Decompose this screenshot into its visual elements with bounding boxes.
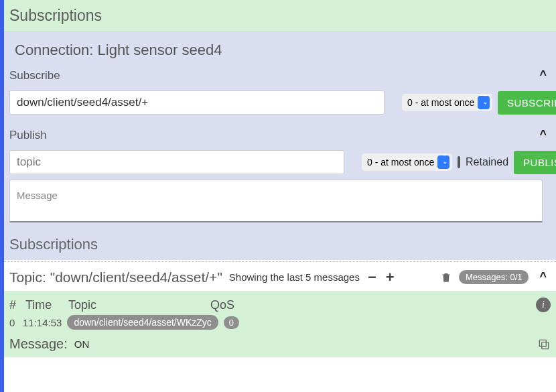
publish-topic-input[interactable]: [9, 150, 344, 174]
retained-checkbox[interactable]: [458, 156, 460, 168]
retained-label: Retained: [466, 156, 508, 168]
publish-qos-select[interactable]: 0 - at most once: [362, 153, 452, 171]
subscriptions-section-title: Subscriptions: [4, 229, 556, 260]
col-qos: QoS: [210, 298, 234, 312]
copy-icon[interactable]: [537, 338, 551, 351]
col-topic: Topic: [68, 298, 202, 312]
minus-icon[interactable]: −: [366, 270, 378, 285]
subscribe-label: Subscribe: [9, 69, 60, 82]
message-table-header: # Time Topic QoS i: [9, 295, 551, 315]
publish-label: Publish: [9, 129, 47, 142]
row-time: 11:14:53: [23, 317, 62, 328]
chevron-up-icon[interactable]: ^: [535, 127, 551, 143]
svg-rect-0: [542, 342, 549, 348]
message-label: Message:: [9, 336, 68, 352]
trash-icon[interactable]: [440, 271, 452, 284]
divider: [4, 261, 556, 262]
subscribe-topic-input[interactable]: [9, 90, 385, 115]
connection-title: Connection: Light sensor seed4: [9, 32, 551, 64]
message-value: ON: [74, 338, 90, 350]
svg-rect-1: [539, 340, 546, 346]
last-messages-info: Showing the last 5 messages: [229, 271, 360, 283]
row-topic-pill: down/client/seed4/asset/WKzZyc: [67, 315, 218, 330]
col-time: Time: [25, 298, 60, 312]
topic-label: Topic: "down/client/seed4/asset/+": [9, 269, 222, 285]
col-index: #: [9, 298, 17, 312]
subscribe-button[interactable]: SUBSCRIBE: [498, 91, 556, 115]
publish-button[interactable]: PUBLISH: [514, 151, 556, 174]
info-icon[interactable]: i: [536, 298, 551, 312]
page-title: Subscriptions: [9, 7, 551, 25]
row-qos-pill: 0: [224, 316, 239, 329]
messages-count-badge: Messages: 0/1: [459, 270, 529, 284]
plus-icon[interactable]: +: [385, 270, 396, 285]
publish-message-input[interactable]: Message: [9, 180, 543, 222]
row-index: 0: [9, 317, 17, 328]
table-row: 0 11:14:53 down/client/seed4/asset/WKzZy…: [9, 315, 551, 330]
chevron-up-icon[interactable]: ^: [535, 269, 551, 285]
subscribe-qos-select[interactable]: 0 - at most once: [402, 94, 492, 111]
chevron-up-icon[interactable]: ^: [535, 67, 551, 84]
